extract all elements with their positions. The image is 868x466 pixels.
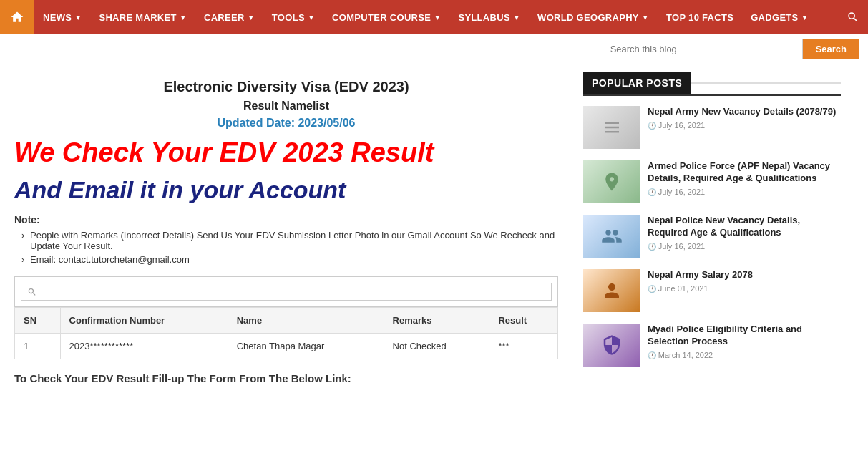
col-remarks: Remarks (384, 308, 489, 334)
post-item-2: Armed Police Force (APF Nepal) Vacancy D… (583, 160, 841, 203)
post-date-5: March 14, 2022 (648, 351, 841, 359)
post-info-5: Myadi Police Eligibility Criteria and Se… (648, 324, 841, 359)
post-thumb-icon (601, 171, 623, 193)
cell-sn: 1 (15, 334, 61, 359)
note-section: Note: People with Remarks (Incorrect Det… (14, 214, 558, 265)
post-title-1[interactable]: Nepal Army New Vacancy Details (2078/79) (648, 106, 841, 118)
chevron-down-icon: ▼ (642, 14, 649, 21)
home-button[interactable] (0, 0, 34, 34)
post-title-5[interactable]: Myadi Police Eligibility Criteria and Se… (648, 324, 841, 348)
post-item-5: Myadi Police Eligibility Criteria and Se… (583, 324, 841, 367)
note-item: People with Remarks (Incorrect Details) … (21, 230, 558, 251)
bottom-text: To Check Your EDV Result Fill-up The For… (14, 372, 558, 384)
note-item: Email: contact.tutorchetan@gmail.com (21, 254, 558, 265)
table-search-icon (27, 287, 37, 297)
nav-item-news[interactable]: NEWS ▼ (34, 0, 90, 34)
post-thumbnail-4 (583, 269, 640, 312)
post-date-2: July 16, 2021 (648, 188, 841, 196)
post-thumbnail-3 (583, 215, 640, 258)
chevron-down-icon: ▼ (513, 14, 520, 21)
cell-confirmation: 2023************ (60, 334, 228, 359)
popular-posts-divider (691, 82, 841, 84)
table-search-wrap (14, 276, 558, 307)
post-thumb-icon (601, 117, 623, 138)
table-row: 1 2023************ Chetan Thapa Magar No… (15, 334, 558, 359)
chevron-down-icon: ▼ (801, 14, 809, 21)
col-confirmation: Confirmation Number (60, 308, 228, 334)
post-date-3: July 16, 2021 (648, 242, 841, 251)
cell-name: Chetan Thapa Magar (228, 334, 384, 359)
post-title-4[interactable]: Nepal Army Salary 2078 (648, 269, 841, 281)
chevron-down-icon: ▼ (308, 14, 315, 21)
sidebar: POPULAR POSTS Nepal Army New Vacancy Det… (572, 64, 852, 399)
post-thumbnail-1 (583, 106, 640, 149)
search-bar-area: Search (0, 34, 868, 64)
popular-posts-header: POPULAR POSTS (583, 72, 841, 96)
navigation: NEWS ▼ SHARE MARKET ▼ CAREER ▼ TOOLS ▼ C… (0, 0, 868, 34)
nav-item-share-market[interactable]: SHARE MARKET ▼ (90, 0, 195, 34)
post-title-3[interactable]: Nepal Police New Vacancy Details, Requir… (648, 215, 841, 239)
main-content: Electronic Diversity Visa (EDV 2023) Res… (0, 64, 572, 399)
updated-date: Updated Date: 2023/05/06 (14, 117, 558, 130)
nav-item-gadgets[interactable]: GADGETS ▼ (742, 0, 817, 34)
page-title: Electronic Diversity Visa (EDV 2023) (14, 79, 558, 95)
main-heading: We Check Your EDV 2023 Result (14, 137, 558, 170)
note-list: People with Remarks (Incorrect Details) … (14, 230, 558, 265)
home-icon (10, 10, 24, 24)
post-item-4: Nepal Army Salary 2078 June 01, 2021 (583, 269, 841, 312)
table-search-input[interactable] (42, 286, 545, 297)
table-header-row: SN Confirmation Number Name Remarks Resu… (15, 308, 558, 334)
search-icon (847, 11, 859, 24)
post-item-3: Nepal Police New Vacancy Details, Requir… (583, 215, 841, 258)
post-date-4: June 01, 2021 (648, 284, 841, 293)
chevron-down-icon: ▼ (248, 14, 255, 21)
post-thumbnail-2 (583, 160, 640, 203)
nav-item-career[interactable]: CAREER ▼ (195, 0, 263, 34)
chevron-down-icon: ▼ (434, 14, 441, 21)
post-thumb-icon (601, 334, 623, 356)
search-button[interactable]: Search (803, 39, 859, 59)
cell-result: *** (489, 334, 558, 359)
page-subtitle: Result Namelist (14, 99, 558, 112)
post-thumbnail-5 (583, 324, 640, 367)
table-search-container (21, 283, 552, 301)
nav-item-computer-course[interactable]: COMPUTER COURSE ▼ (323, 0, 449, 34)
post-info-3: Nepal Police New Vacancy Details, Requir… (648, 215, 841, 251)
post-info-2: Armed Police Force (APF Nepal) Vacancy D… (648, 160, 841, 196)
post-item-1: Nepal Army New Vacancy Details (2078/79)… (583, 106, 841, 149)
sub-heading: And Email it in your Account (14, 175, 558, 205)
post-thumb-icon (601, 225, 623, 247)
nav-item-top10facts[interactable]: TOP 10 FACTS (658, 0, 742, 34)
nav-item-world-geography[interactable]: WORLD GEOGRAPHY ▼ (529, 0, 658, 34)
post-title-2[interactable]: Armed Police Force (APF Nepal) Vacancy D… (648, 160, 841, 185)
popular-posts-heading: POPULAR POSTS (583, 72, 691, 94)
page-layout: Electronic Diversity Visa (EDV 2023) Res… (0, 64, 868, 399)
post-info-1: Nepal Army New Vacancy Details (2078/79)… (648, 106, 841, 130)
nav-item-tools[interactable]: TOOLS ▼ (263, 0, 323, 34)
note-label: Note: (14, 214, 558, 225)
cell-remarks: Not Checked (384, 334, 489, 359)
nav-item-syllabus[interactable]: SYLLABUS ▼ (449, 0, 529, 34)
nav-search-button[interactable] (838, 0, 868, 34)
col-name: Name (228, 308, 384, 334)
results-table: SN Confirmation Number Name Remarks Resu… (14, 307, 558, 359)
post-date-1: July 16, 2021 (648, 121, 841, 130)
search-input[interactable] (603, 39, 803, 59)
post-info-4: Nepal Army Salary 2078 June 01, 2021 (648, 269, 841, 293)
chevron-down-icon: ▼ (74, 14, 82, 21)
col-sn: SN (15, 308, 61, 334)
col-result: Result (489, 308, 558, 334)
post-thumb-icon (601, 280, 623, 301)
chevron-down-icon: ▼ (180, 14, 187, 21)
